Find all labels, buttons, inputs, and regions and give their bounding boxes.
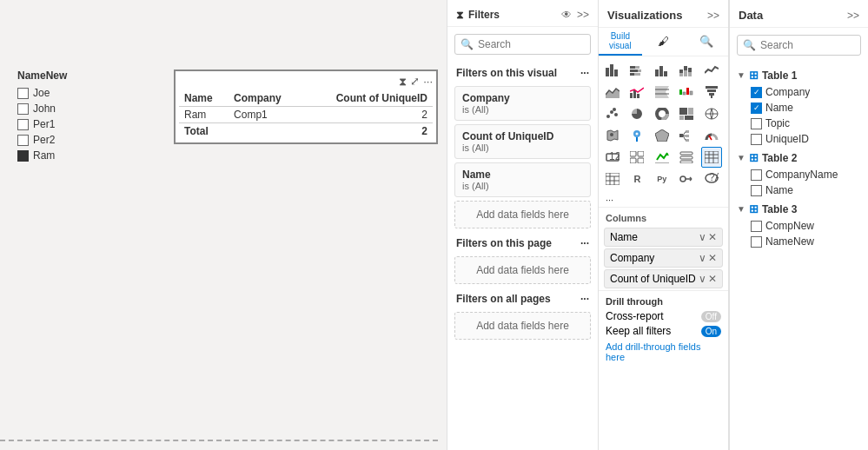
viz-expand-icon[interactable]: >>: [707, 10, 719, 22]
filter-card-count[interactable]: Count of UniqueID is (All): [454, 124, 591, 159]
tab-format-visual[interactable]: 🖌: [642, 28, 686, 56]
slicer-checkbox-per1[interactable]: [17, 119, 29, 130]
viz-field-count[interactable]: Count of UniqueID ∨ ✕: [604, 269, 723, 288]
add-drillthrough-button[interactable]: Add drill-through fields here: [606, 340, 721, 364]
field-checkbox-uniqueid[interactable]: [751, 134, 762, 145]
more-icon[interactable]: ···: [423, 75, 433, 89]
slicer-checkbox-per2[interactable]: [17, 135, 29, 146]
waterfall-icon[interactable]: [676, 82, 697, 103]
list-item[interactable]: Per2: [17, 134, 122, 146]
filters-on-page-more[interactable]: ···: [580, 237, 589, 249]
list-item[interactable]: John: [17, 103, 122, 115]
list-item[interactable]: Per1: [17, 118, 122, 130]
keep-filters-toggle[interactable]: On: [701, 326, 721, 337]
field-checkbox-compnew[interactable]: [751, 221, 762, 232]
filter-card-name[interactable]: Name is (All): [454, 162, 591, 197]
map-icon[interactable]: [701, 103, 722, 124]
list-item[interactable]: Name: [730, 182, 868, 198]
viz-fields-list: Name ∨ ✕ Company ∨ ✕ Count of UniqueID ∨…: [599, 226, 728, 290]
add-page-fields-button[interactable]: Add data fields here: [454, 256, 591, 284]
azure-map-icon[interactable]: [626, 125, 647, 146]
filter-card-company[interactable]: Company is (All): [454, 86, 591, 121]
field-checkbox-namenew[interactable]: [751, 236, 762, 248]
list-item[interactable]: Ram: [17, 149, 122, 162]
filters-on-visual-more[interactable]: ···: [580, 67, 589, 79]
list-item[interactable]: CompNew: [730, 218, 868, 234]
viz-more-label[interactable]: ···: [599, 193, 728, 207]
field-remove-icon[interactable]: ✕: [708, 231, 717, 243]
svg-rect-17: [688, 72, 692, 76]
field-remove-icon[interactable]: ✕: [708, 252, 717, 264]
shape-map-icon[interactable]: [652, 125, 673, 146]
multi-card-icon[interactable]: [626, 147, 647, 168]
viz-field-name[interactable]: Name ∨ ✕: [604, 228, 723, 247]
slicer-checkbox-joe[interactable]: [17, 88, 29, 99]
key-influencer-icon[interactable]: [676, 169, 697, 189]
filter-icon[interactable]: ⧗: [399, 75, 407, 89]
stacked-bar-icon[interactable]: [626, 60, 647, 81]
svg-rect-24: [679, 89, 682, 95]
field-dropdown-icon[interactable]: ∨: [699, 231, 706, 243]
field-checkbox-name[interactable]: ✓: [751, 103, 762, 114]
field-dropdown-icon[interactable]: ∨: [699, 252, 706, 264]
data-tree-header-table1[interactable]: ▼ ⊞ Table 1: [730, 66, 868, 84]
matrix-icon[interactable]: [602, 169, 623, 189]
area-chart-icon[interactable]: [602, 82, 623, 103]
slicer-icon[interactable]: [676, 147, 697, 168]
list-item[interactable]: Topic: [730, 116, 868, 131]
treemap-icon[interactable]: [676, 103, 697, 124]
field-remove-icon[interactable]: ✕: [708, 273, 717, 285]
svg-marker-47: [655, 129, 669, 142]
qa-icon[interactable]: ?A: [701, 169, 722, 189]
field-checkbox-company[interactable]: ✓: [751, 87, 762, 98]
line-col-icon[interactable]: [626, 82, 647, 103]
filters-on-all-more[interactable]: ···: [580, 293, 589, 305]
filters-view-icon[interactable]: 👁: [561, 9, 572, 21]
card-icon[interactable]: 123: [602, 147, 623, 168]
list-item[interactable]: ✓ Name: [730, 100, 868, 116]
svg-point-46: [636, 133, 639, 136]
donut-icon[interactable]: [652, 103, 673, 124]
field-dropdown-icon[interactable]: ∨: [699, 273, 706, 285]
slicer-checkbox-john[interactable]: [17, 103, 29, 115]
svg-rect-26: [686, 88, 689, 95]
decomp-tree-icon[interactable]: [676, 125, 697, 146]
data-tree-header-table2[interactable]: ▼ ⊞ Table 2: [730, 149, 868, 167]
filled-map-icon[interactable]: [602, 125, 623, 146]
data-expand-icon[interactable]: >>: [847, 10, 859, 22]
add-visual-fields-button[interactable]: Add data fields here: [454, 201, 591, 228]
field-checkbox-companyname[interactable]: [751, 169, 762, 181]
python-icon[interactable]: Py: [652, 169, 673, 189]
list-item[interactable]: UniqueID: [730, 131, 868, 147]
svg-rect-60: [630, 158, 636, 163]
filters-expand-icon[interactable]: >>: [577, 9, 589, 21]
list-item[interactable]: Joe: [17, 87, 122, 99]
expand-icon[interactable]: ⤢: [410, 75, 420, 89]
line-icon[interactable]: [701, 60, 722, 81]
ribbon-icon[interactable]: [652, 82, 673, 103]
cross-report-toggle[interactable]: Off: [701, 311, 721, 322]
bar-chart-icon[interactable]: [602, 60, 623, 81]
filter-search-input[interactable]: [454, 34, 591, 55]
stacked-col-icon[interactable]: [676, 60, 697, 81]
gauge-icon[interactable]: [701, 125, 722, 146]
kpi-icon[interactable]: [652, 147, 673, 168]
cross-report-label: Cross-report: [606, 310, 664, 322]
slicer-checkbox-ram[interactable]: [17, 150, 29, 162]
field-checkbox-topic[interactable]: [751, 118, 762, 129]
list-item[interactable]: CompanyName: [730, 167, 868, 182]
funnel-icon[interactable]: [701, 82, 722, 103]
viz-field-company[interactable]: Company ∨ ✕: [604, 248, 723, 268]
tab-build-visual[interactable]: Build visual: [599, 28, 642, 56]
tab-analytics[interactable]: 🔍: [685, 28, 728, 56]
list-item[interactable]: ✓ Company: [730, 84, 868, 100]
list-item[interactable]: NameNew: [730, 234, 868, 249]
field-checkbox-name2[interactable]: [751, 185, 762, 196]
table-icon[interactable]: [701, 147, 722, 168]
pie-icon[interactable]: [626, 103, 647, 124]
add-all-fields-button[interactable]: Add data fields here: [454, 312, 591, 340]
r-visual-icon[interactable]: R: [626, 169, 647, 189]
scatter-icon[interactable]: [602, 103, 623, 124]
data-tree-header-table3[interactable]: ▼ ⊞ Table 3: [730, 200, 868, 218]
column-chart-icon[interactable]: [652, 60, 673, 81]
